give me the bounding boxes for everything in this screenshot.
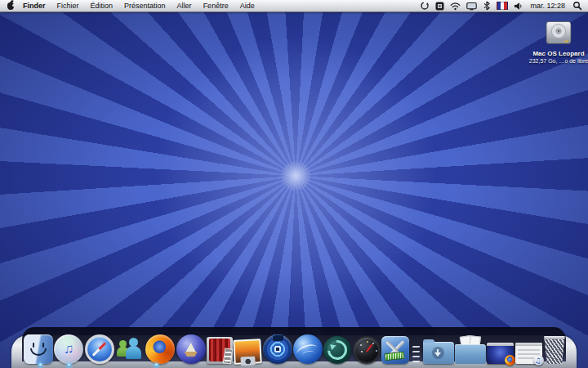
menu-bar-status-area: mar. 12:28: [420, 1, 588, 11]
documents-folder-dock-icon[interactable]: [455, 336, 486, 364]
menu-item-aide[interactable]: Aide: [234, 0, 261, 11]
finder-eye: [33, 343, 34, 348]
camera-icon: [241, 357, 256, 366]
menu-item-finder[interactable]: Finder: [17, 0, 51, 11]
menu-item-fichier[interactable]: Fichier: [51, 0, 85, 11]
dock: ♫: [11, 327, 577, 368]
dvd-video-dock-icon[interactable]: [263, 334, 292, 364]
finder-eye: [42, 343, 44, 348]
apple-menu-icon[interactable]: [7, 2, 14, 10]
tools-utility-dock-icon[interactable]: [381, 336, 409, 364]
time-machine-dock-icon[interactable]: [323, 336, 351, 364]
photo-booth-dock-icon[interactable]: [207, 337, 233, 364]
input-menu-icon[interactable]: [435, 1, 444, 11]
window-content-line: [518, 357, 534, 359]
hard-disk-icon: [543, 20, 574, 47]
sync-icon[interactable]: [420, 1, 430, 11]
music-note-icon: ♫: [535, 357, 541, 365]
wifi-icon[interactable]: [450, 1, 461, 11]
dashboard-dock-icon[interactable]: [353, 336, 381, 364]
spotlight-icon[interactable]: [572, 1, 582, 11]
window-titlebar: [487, 343, 514, 346]
running-indicator-itunes: [67, 363, 71, 367]
volume-icon[interactable]: [514, 1, 523, 11]
firefox-dock-icon[interactable]: [145, 334, 175, 364]
display-icon[interactable]: [466, 1, 477, 11]
gauge-needle: [366, 344, 372, 352]
window-titlebar: [515, 343, 542, 346]
green-banner: [385, 352, 405, 361]
itunes-dock-icon[interactable]: ♫: [54, 334, 83, 364]
photo-strip: [223, 348, 234, 364]
google-earth-dock-icon[interactable]: [293, 334, 323, 364]
finder-dock-icon[interactable]: [24, 334, 53, 364]
sailing-ship-app-dock-icon[interactable]: [176, 334, 206, 364]
trash-dock-icon[interactable]: [543, 336, 566, 364]
menu-item-fenetre[interactable]: Fenêtre: [198, 0, 234, 11]
menu-item-presentation[interactable]: Présentation: [118, 0, 172, 11]
trash-rim: [543, 336, 566, 339]
running-indicator-finder: [38, 363, 42, 367]
compass-needle: [92, 342, 107, 357]
time-machine-ring: [323, 336, 351, 364]
down-arrow-icon: [434, 352, 441, 360]
gauge-marks: [360, 344, 362, 346]
film-reel: [272, 334, 283, 341]
dock-separator: [410, 339, 421, 364]
menu-item-edition[interactable]: Édition: [85, 0, 119, 11]
ship-hull: [185, 352, 198, 357]
menu-bar-left: Finder Fichier Édition Présentation Alle…: [0, 0, 261, 11]
folder-tab: [423, 339, 434, 343]
french-flag-icon[interactable]: [497, 2, 508, 10]
desktop-disk-item[interactable]: Mac OS Leopard 232,57 Go, …o de libre: [528, 20, 588, 65]
folder-front: [455, 344, 486, 364]
running-indicator-firefox: [154, 363, 158, 367]
safari-dock-icon[interactable]: [85, 334, 114, 364]
messenger-head-blue: [129, 338, 138, 347]
messenger-figure-blue: [126, 346, 141, 359]
desktop-wallpaper: [0, 0, 588, 368]
finder-smile: [30, 348, 47, 356]
disk-free-space-label: 232,57 Go, …o de libre: [528, 58, 588, 65]
disk-label: Mac OS Leopard: [528, 50, 588, 58]
menu-bar-clock[interactable]: mar. 12:28: [528, 2, 567, 10]
bluetooth-icon[interactable]: [483, 1, 491, 11]
dock-icons-row: ♫: [24, 328, 566, 364]
wallpaper-vignette: [0, 0, 588, 368]
iphoto-dock-icon[interactable]: [234, 339, 263, 365]
downloads-folder-dock-icon[interactable]: [423, 342, 454, 364]
messenger-dock-icon[interactable]: [115, 334, 145, 364]
minimized-itunes-window[interactable]: ♫: [515, 343, 542, 364]
messenger-head-green: [119, 340, 127, 348]
menu-bar: Finder Fichier Édition Présentation Alle…: [0, 0, 588, 12]
minimized-firefox-window[interactable]: [487, 343, 514, 364]
ship-sail: [186, 343, 196, 352]
menu-item-aller[interactable]: Aller: [172, 0, 198, 11]
window-content-line: [518, 349, 540, 351]
music-note-icon: ♫: [54, 334, 83, 364]
